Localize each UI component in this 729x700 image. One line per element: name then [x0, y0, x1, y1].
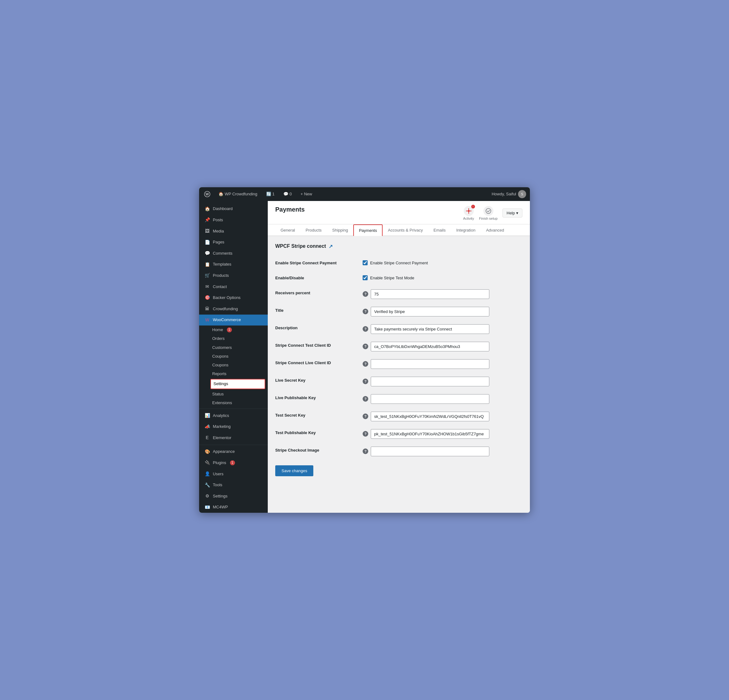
help-icon-test-publishable-key[interactable]: ?: [363, 431, 368, 437]
input-test-publishable-key[interactable]: [371, 429, 489, 439]
main-header: Payments ! Activity: [268, 201, 530, 224]
help-icon-description[interactable]: ?: [363, 326, 368, 332]
sidebar-item-templates[interactable]: 📋 Templates: [199, 259, 268, 270]
sidebar-item-media[interactable]: 🖼 Media: [199, 226, 268, 237]
sidebar-sub-settings[interactable]: Settings: [211, 379, 265, 389]
help-icon-live-publishable-key[interactable]: ?: [363, 396, 368, 402]
field-input-row-test-secret-key: ?: [363, 412, 523, 421]
sidebar-sub-coupons[interactable]: Coupons: [208, 352, 268, 361]
field-row-test-publishable-key: Test Publishable Key ?: [275, 425, 523, 443]
comments-link[interactable]: 💬 0: [282, 190, 294, 198]
tab-shipping[interactable]: Shipping: [327, 224, 354, 236]
tab-payments[interactable]: Payments: [353, 224, 383, 236]
sidebar-sub-home[interactable]: Home 1: [208, 325, 268, 334]
finish-setup-button[interactable]: Finish setup: [479, 206, 497, 220]
sidebar-label-elementor: Elementor: [213, 435, 231, 441]
help-icon-stripe-checkout-image[interactable]: ?: [363, 449, 368, 454]
sidebar-item-appearance[interactable]: 🎨 Appearance: [199, 446, 268, 457]
sidebar-separator: [199, 408, 268, 409]
field-input-row-test-publishable-key: ?: [363, 429, 523, 439]
tab-emails[interactable]: Emails: [428, 224, 451, 236]
help-icon-receivers-percent[interactable]: ?: [363, 291, 368, 297]
tab-accounts-privacy[interactable]: Accounts & Privacy: [383, 224, 428, 236]
help-button[interactable]: Help ▾: [502, 208, 523, 218]
sidebar-sub-orders[interactable]: Orders: [208, 334, 268, 343]
plugins-icon: 🔌: [204, 460, 211, 466]
sidebar-sub-customers[interactable]: Customers: [208, 343, 268, 352]
save-changes-button[interactable]: Save changes: [275, 465, 313, 476]
help-icon-title[interactable]: ?: [363, 309, 368, 314]
field-row-receivers-percent: Receivers percent ?: [275, 285, 523, 303]
sidebar-sub-coupons2[interactable]: Coupons: [208, 361, 268, 369]
input-title[interactable]: [371, 307, 489, 317]
tab-general[interactable]: General: [275, 224, 300, 236]
field-cell-title: ?: [363, 303, 523, 320]
backer-options-icon: 🎯: [204, 295, 211, 301]
sidebar-item-comments[interactable]: 💬 Comments: [199, 248, 268, 259]
help-icon-live-client-id[interactable]: ?: [363, 361, 368, 367]
sidebar-label-users: Users: [213, 471, 224, 477]
sidebar-item-analytics[interactable]: 📊 Analytics: [199, 410, 268, 421]
site-name: WP Crowdfunding: [225, 192, 257, 196]
input-description[interactable]: [371, 324, 489, 334]
sidebar-item-posts[interactable]: 📌 Posts: [199, 214, 268, 226]
field-input-row-title: ?: [363, 307, 523, 317]
sidebar-item-settings-main[interactable]: ⚙ Settings: [199, 491, 268, 502]
help-icon-live-secret-key[interactable]: ?: [363, 379, 368, 384]
new-content-link[interactable]: + New: [299, 190, 314, 198]
avatar[interactable]: S: [518, 190, 526, 198]
activity-button[interactable]: ! Activity: [463, 206, 474, 220]
sidebar-item-elementor[interactable]: E Elementor: [199, 432, 268, 443]
sidebar-item-woocommerce[interactable]: W WooCommerce: [199, 315, 268, 326]
sidebar-item-dashboard[interactable]: 🏠 Dashboard: [199, 203, 268, 215]
tab-integration[interactable]: Integration: [451, 224, 481, 236]
sidebar-item-tools[interactable]: 🔧 Tools: [199, 480, 268, 491]
sidebar-item-contact[interactable]: ✉ Contact: [199, 281, 268, 292]
analytics-icon: 📊: [204, 412, 211, 419]
sidebar-item-marketing[interactable]: 📣 Marketing: [199, 421, 268, 433]
activity-notification-badge: !: [471, 205, 475, 208]
sidebar-item-users[interactable]: 👤 Users: [199, 468, 268, 480]
sidebar-item-pages[interactable]: 📄 Pages: [199, 237, 268, 248]
sidebar-item-plugins[interactable]: 🔌 Plugins 1: [199, 457, 268, 468]
sidebar-item-crowdfunding[interactable]: 🏛 Crowdfunding: [199, 304, 268, 315]
input-live-client-id[interactable]: [371, 359, 489, 369]
products-icon: 🛒: [204, 272, 211, 279]
checkbox-label-enable-stripe-connect: Enable Stripe Connect Payment: [370, 261, 428, 265]
input-receivers-percent[interactable]: [371, 289, 489, 299]
input-test-secret-key[interactable]: [371, 412, 489, 421]
sidebar-item-mc4wp[interactable]: 📧 MC4WP: [199, 502, 268, 513]
help-icon-test-secret-key[interactable]: ?: [363, 414, 368, 419]
field-label-test-client-id: Stripe Connect Test Client ID: [275, 338, 363, 355]
site-name-link[interactable]: 🏠 WP Crowdfunding: [216, 190, 259, 198]
checkbox-row-enable-stripe-connect: Enable Stripe Connect Payment: [363, 260, 523, 265]
field-label-live-client-id: Stripe Connect Live Client ID: [275, 355, 363, 373]
field-cell-enable-disable: Enable Stripe Test Mode: [363, 270, 523, 285]
field-row-test-client-id: Stripe Connect Test Client ID ?: [275, 338, 523, 355]
sidebar-label-appearance: Appearance: [213, 449, 235, 455]
tab-products[interactable]: Products: [300, 224, 327, 236]
input-live-publishable-key[interactable]: [371, 394, 489, 404]
input-stripe-checkout-image[interactable]: [371, 447, 489, 456]
sidebar-label-mc4wp: MC4WP: [213, 504, 228, 510]
tab-general-label: General: [280, 228, 295, 232]
field-input-row-receivers-percent: ?: [363, 289, 523, 299]
form-table: Enable Stripe Connect Payment Enable Str…: [275, 256, 523, 460]
updates-link[interactable]: 🔄 1: [264, 190, 276, 198]
checkbox-enable-stripe-connect[interactable]: [363, 260, 367, 265]
sidebar-sub-extensions[interactable]: Extensions: [208, 398, 268, 407]
tab-advanced[interactable]: Advanced: [481, 224, 509, 236]
input-test-client-id[interactable]: [371, 342, 489, 351]
input-live-secret-key[interactable]: [371, 377, 489, 386]
sidebar-item-backer-options[interactable]: 🎯 Backer Options: [199, 292, 268, 304]
sidebar-item-products[interactable]: 🛒 Products: [199, 270, 268, 281]
page-title: Payments: [275, 206, 305, 217]
sidebar-sub-reports[interactable]: Reports: [208, 369, 268, 378]
section-link-icon[interactable]: ↗: [329, 243, 333, 249]
tab-payments-label: Payments: [359, 228, 377, 233]
checkbox-enable-disable[interactable]: [363, 275, 367, 280]
wp-logo-icon[interactable]: W: [203, 190, 212, 199]
field-cell-description: ?: [363, 320, 523, 338]
sidebar-sub-status[interactable]: Status: [208, 390, 268, 398]
help-icon-test-client-id[interactable]: ?: [363, 344, 368, 349]
